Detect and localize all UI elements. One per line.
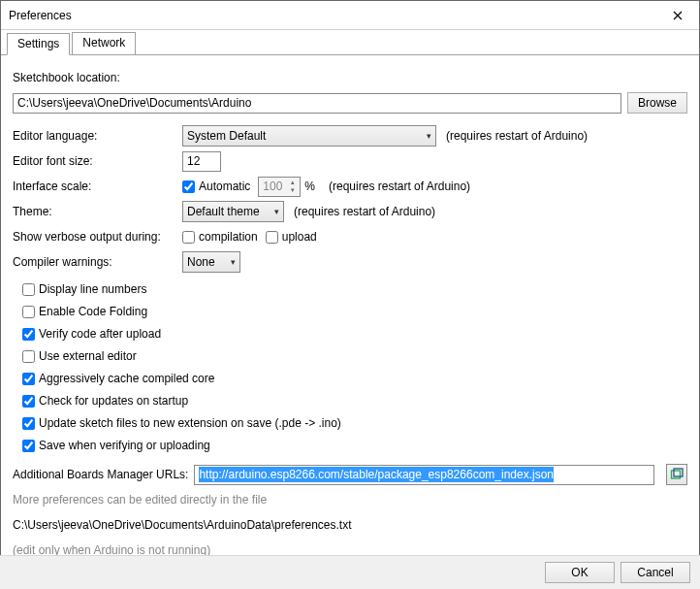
opt-update-ext[interactable]: Update sketch files to new extension on … — [22, 416, 341, 430]
window-title: Preferences — [9, 9, 72, 22]
upload-checkbox-input[interactable] — [266, 231, 278, 244]
tab-network[interactable]: Network — [72, 32, 136, 54]
sketchbook-label: Sketchbook location: — [13, 71, 120, 84]
compilation-checkbox-input[interactable] — [182, 231, 195, 244]
chevron-down-icon: ▾ — [274, 207, 279, 216]
close-button[interactable] — [655, 1, 699, 29]
sketchbook-path-input[interactable] — [13, 93, 621, 114]
more-prefs-note: More preferences can be edited directly … — [13, 493, 267, 507]
upload-checkbox[interactable]: upload — [266, 230, 317, 244]
editor-language-label: Editor language: — [13, 129, 182, 143]
spinner-arrows-icon: ▴▾ — [287, 179, 299, 195]
cancel-button[interactable]: Cancel — [620, 562, 690, 583]
verbose-label: Show verbose output during: — [13, 230, 182, 244]
opt-save-verify[interactable]: Save when verifying or uploading — [22, 439, 210, 452]
titlebar: Preferences — [1, 1, 699, 30]
svg-rect-0 — [672, 471, 681, 478]
tabs: Settings Network — [1, 30, 699, 55]
browse-button[interactable]: Browse — [627, 92, 687, 114]
interface-scale-label: Interface scale: — [13, 180, 182, 193]
opt-line-numbers[interactable]: Display line numbers — [22, 282, 146, 296]
svg-rect-1 — [674, 469, 683, 476]
theme-label: Theme: — [13, 205, 182, 218]
automatic-checkbox-input[interactable] — [182, 180, 195, 193]
opt-code-folding[interactable]: Enable Code Folding — [22, 305, 147, 318]
restart-note-scale: (requires restart of Arduino) — [329, 180, 470, 193]
close-icon — [673, 11, 683, 20]
theme-value: Default theme — [187, 205, 260, 218]
automatic-label: Automatic — [199, 180, 250, 193]
opt-verify-upload[interactable]: Verify code after upload — [22, 327, 161, 341]
opt-cache-core[interactable]: Aggressively cache compiled core — [22, 372, 214, 385]
opt-external-editor[interactable]: Use external editor — [22, 349, 137, 363]
window-icon — [670, 468, 684, 481]
restart-note-theme: (requires restart of Arduino) — [294, 205, 435, 218]
scale-spinner[interactable]: 100 ▴▾ — [258, 177, 301, 197]
boards-url-input[interactable]: http://arduino.esp8266.com/stable/packag… — [194, 465, 654, 485]
boards-url-expand-button[interactable] — [666, 464, 687, 485]
font-size-input[interactable] — [182, 151, 221, 172]
editor-language-dropdown[interactable]: System Default ▾ — [182, 125, 436, 147]
restart-note: (requires restart of Arduino) — [446, 129, 588, 143]
options-list: Display line numbers Enable Code Folding… — [22, 278, 687, 456]
boards-url-value: http://arduino.esp8266.com/stable/packag… — [199, 467, 554, 482]
prefs-path[interactable]: C:\Users\jeeva\OneDrive\Documents\Arduin… — [13, 518, 351, 532]
chevron-down-icon: ▾ — [427, 131, 431, 141]
compilation-label: compilation — [199, 230, 258, 244]
settings-panel: Sketchbook location: Browse Editor langu… — [1, 55, 699, 573]
percent-label: % — [304, 180, 315, 193]
scale-value: 100 — [263, 180, 282, 193]
ok-button[interactable]: OK — [545, 562, 615, 583]
upload-label: upload — [282, 230, 317, 244]
theme-dropdown[interactable]: Default theme ▾ — [182, 201, 284, 222]
compilation-checkbox[interactable]: compilation — [182, 230, 258, 244]
automatic-checkbox[interactable]: Automatic — [182, 180, 250, 193]
opt-check-updates[interactable]: Check for updates on startup — [22, 394, 188, 408]
boards-url-label: Additional Boards Manager URLs: — [13, 468, 188, 481]
editor-language-value: System Default — [187, 129, 266, 143]
compiler-warnings-dropdown[interactable]: None ▾ — [182, 251, 240, 273]
font-size-label: Editor font size: — [13, 154, 182, 168]
compiler-warnings-label: Compiler warnings: — [13, 255, 182, 269]
compiler-warnings-value: None — [187, 255, 215, 269]
dialog-footer: OK Cancel — [0, 555, 700, 589]
tab-settings[interactable]: Settings — [7, 33, 70, 55]
chevron-down-icon: ▾ — [231, 257, 236, 267]
